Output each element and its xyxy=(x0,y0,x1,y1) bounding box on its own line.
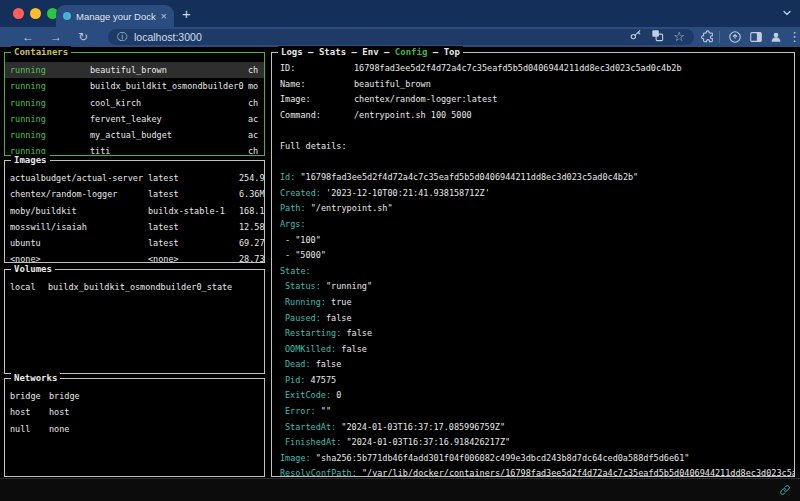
site-info-icon[interactable]: ⓘ xyxy=(117,29,127,45)
images-list: actualbudget/actual-serverlatest254.98ch… xyxy=(5,161,264,262)
new-tab-button[interactable]: + xyxy=(182,3,191,24)
browser-tab[interactable]: Manage your Docker fleet w × xyxy=(56,5,174,27)
summary-line: Image:chentex/random-logger:latest xyxy=(280,92,794,108)
image-name: actualbudget/actual-server xyxy=(10,170,148,186)
config-details: Id: "16798fad3ee5d2f4d72a4c7c35eafd5b5d0… xyxy=(280,170,794,476)
config-key: Status: xyxy=(285,281,326,291)
inspector-panel: Logs — Stats — Env — Config — Top ID:167… xyxy=(271,52,795,477)
container-summary: ID:16798fad3ee5d2f4d72a4c7c35eafd5b5d040… xyxy=(280,61,794,123)
config-value: true xyxy=(331,297,351,307)
config-key: Path: xyxy=(280,203,311,213)
summary-line: Command:/entrypoint.sh 100 5000 xyxy=(280,108,794,124)
container-row[interactable]: runningcool_kirchch xyxy=(5,95,264,111)
blank-line xyxy=(280,123,794,139)
network-row[interactable]: hosthost xyxy=(5,404,264,420)
config-line: ResolvConfPath: "/var/lib/docker/contain… xyxy=(280,466,794,476)
config-key: Args: xyxy=(280,219,311,229)
network-row[interactable]: bridgebridge xyxy=(5,388,264,404)
url-text[interactable]: localhost:3000 xyxy=(134,29,622,45)
extensions-icon[interactable] xyxy=(701,30,715,44)
config-key: FinishedAt: xyxy=(285,437,346,447)
container-image: ac xyxy=(248,127,258,143)
summary-line: ID:16798fad3ee5d2f4d72a4c7c35eafd5b5d040… xyxy=(280,61,794,77)
docker-tui: Containers runningbeautiful_brownchrunni… xyxy=(0,47,800,478)
image-row[interactable]: moby/buildkitbuildx-stable-1168.13 xyxy=(5,203,264,219)
config-value: "sha256:5b771db46f4add301f04f006082c499e… xyxy=(316,453,690,463)
summary-value: /entrypoint.sh 100 5000 xyxy=(354,110,472,120)
profile-avatar-icon[interactable] xyxy=(769,30,783,44)
image-row[interactable]: ubuntulatest69.27M xyxy=(5,235,264,251)
config-value: "" xyxy=(321,406,331,416)
image-row[interactable]: mosswill/isaiahlatest12.58M xyxy=(5,219,264,235)
tab-search-chevron-icon[interactable] xyxy=(781,7,793,19)
volume-row[interactable]: localbuildx_buildkit_osmondbuilder0_stat… xyxy=(5,279,264,295)
image-size: 12.58M xyxy=(239,222,264,232)
config-line: Running: true xyxy=(280,295,794,311)
image-row[interactable]: <none><none>28.73M xyxy=(5,251,264,262)
config-line: FinishedAt: "2024-01-03T16:37:16.9184262… xyxy=(280,435,794,451)
container-name: cool_kirch xyxy=(90,98,141,108)
config-line: Error: "" xyxy=(280,404,794,420)
config-line: - "5000" xyxy=(280,248,794,264)
config-line: Path: "/entrypoint.sh" xyxy=(280,201,794,217)
config-key: Id: xyxy=(280,172,300,182)
image-row[interactable]: chentex/random-loggerlatest6.36MB xyxy=(5,186,264,202)
forward-button[interactable]: → xyxy=(50,27,62,47)
container-status: running xyxy=(10,127,90,143)
container-row[interactable]: runningfervent_leakeyac xyxy=(5,111,264,127)
browser-menu-icon[interactable]: ⋮ xyxy=(788,30,800,44)
volumes-list: localbuildx_buildkit_osmondbuilder0_stat… xyxy=(5,270,264,373)
image-row[interactable]: actualbudget/actual-serverlatest254.98 xyxy=(5,170,264,186)
container-status: running xyxy=(10,62,90,78)
network-row[interactable]: nullnone xyxy=(5,421,264,437)
config-value: false xyxy=(341,344,367,354)
container-name: fervent_leakey xyxy=(90,114,162,124)
config-key: Dead: xyxy=(285,359,316,369)
image-size: 168.13 xyxy=(239,206,264,216)
volumes-panel: Volumes localbuildx_buildkit_osmondbuild… xyxy=(4,269,265,374)
reload-button[interactable]: ↻ xyxy=(78,27,88,47)
container-status: running xyxy=(10,111,90,127)
image-size: 6.36MB xyxy=(239,189,264,199)
tab-strip: Manage your Docker fleet w × + xyxy=(0,0,800,27)
summary-label: Command: xyxy=(280,108,354,124)
networks-list: bridgebridgehosthostnullnone xyxy=(5,379,264,476)
window-minimize-button[interactable] xyxy=(30,8,41,19)
config-value: 0 xyxy=(336,390,341,400)
image-name: chentex/random-logger xyxy=(10,186,148,202)
window-close-button[interactable] xyxy=(13,8,24,19)
status-bar: ← → ↑ ↓: navigate, x: menu, b: view bulk… xyxy=(0,478,800,501)
container-image: ch xyxy=(248,62,258,78)
back-button[interactable]: ← xyxy=(22,27,34,47)
config-key: StartedAt: xyxy=(285,422,341,432)
bookmark-star-icon[interactable]: ☆ xyxy=(673,30,685,44)
container-row[interactable]: runningbuildx_buildkit_osmondbuilder0mo xyxy=(5,78,264,94)
network-name: bridge xyxy=(10,388,49,404)
tab-close-icon[interactable]: × xyxy=(161,11,167,22)
volume-name: buildx_buildkit_osmondbuilder0_state xyxy=(48,282,232,292)
image-name: moby/buildkit xyxy=(10,203,148,219)
container-row[interactable]: runningmy_actual_budgetac xyxy=(5,127,264,143)
config-value: '2023-12-10T00:21:41.938158712Z' xyxy=(326,188,490,198)
container-image: mo xyxy=(248,78,258,94)
link-icon[interactable] xyxy=(759,484,791,496)
summary-label: Name: xyxy=(280,77,354,93)
container-row[interactable]: runningbeautiful_brownch xyxy=(5,62,264,78)
config-value: "running" xyxy=(326,281,372,291)
blank-line xyxy=(280,155,794,171)
image-tag: latest xyxy=(148,235,239,251)
update-icon[interactable] xyxy=(728,30,742,44)
image-tag: latest xyxy=(148,186,239,202)
side-panel-icon[interactable] xyxy=(749,30,763,44)
config-value: false xyxy=(316,359,342,369)
container-image: ac xyxy=(248,111,258,127)
config-line: Paused: false xyxy=(280,311,794,327)
details-heading: Full details: xyxy=(280,139,794,155)
password-key-icon[interactable] xyxy=(629,28,642,46)
container-status: running xyxy=(10,95,90,111)
config-line: StartedAt: "2024-01-03T16:37:17.08599675… xyxy=(280,420,794,436)
translate-icon[interactable] xyxy=(651,28,664,46)
config-line: Pid: 47575 xyxy=(280,373,794,389)
address-bar[interactable]: ⓘ localhost:3000 ☆ xyxy=(108,29,694,45)
image-tag: <none> xyxy=(148,251,239,262)
